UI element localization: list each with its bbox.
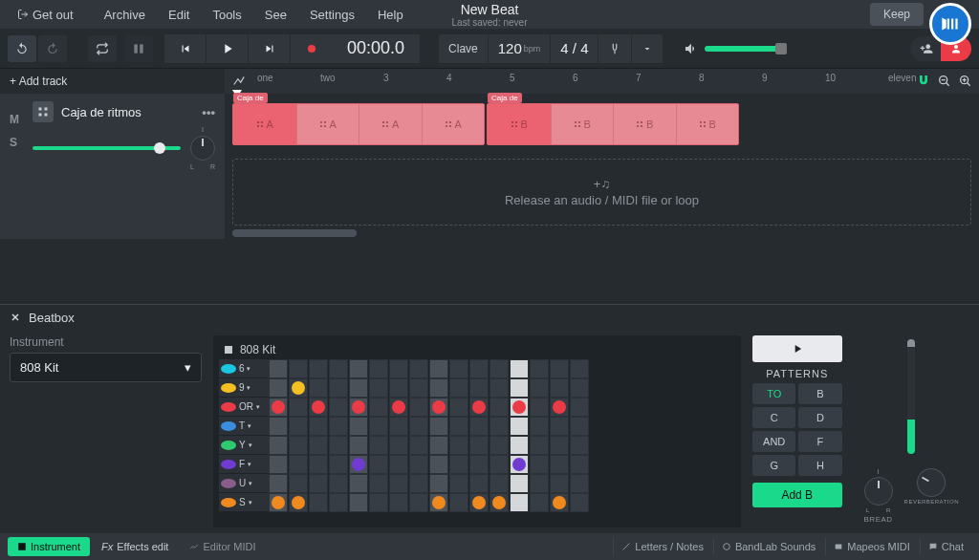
timeline-ruler[interactable]: onetwo345678910eleven xyxy=(225,69,979,94)
seq-cell[interactable] xyxy=(449,378,468,398)
seq-cell[interactable] xyxy=(369,493,388,512)
output-meter[interactable] xyxy=(907,339,915,454)
seq-cell[interactable] xyxy=(570,455,589,474)
drum-label[interactable]: T▾ xyxy=(219,417,269,436)
seq-cell[interactable] xyxy=(309,398,328,417)
seq-cell[interactable] xyxy=(429,378,448,398)
seq-cell[interactable] xyxy=(510,398,529,417)
seq-cell[interactable] xyxy=(409,493,428,512)
seq-cell[interactable] xyxy=(449,436,468,455)
seq-cell[interactable] xyxy=(429,359,448,378)
seq-cell[interactable] xyxy=(530,398,549,417)
seq-cell[interactable] xyxy=(289,436,308,455)
seq-cell[interactable] xyxy=(469,398,489,417)
seq-cell[interactable] xyxy=(510,359,529,378)
seq-cell[interactable] xyxy=(349,417,368,436)
seq-cell[interactable] xyxy=(449,398,468,417)
seq-cell[interactable] xyxy=(469,474,489,493)
menu-see[interactable]: See xyxy=(255,4,296,26)
seq-cell[interactable] xyxy=(429,474,448,493)
seq-cell[interactable] xyxy=(309,359,328,378)
seq-cell[interactable] xyxy=(530,359,549,378)
seq-cell[interactable] xyxy=(269,493,288,512)
pattern-button[interactable]: AND xyxy=(752,431,795,452)
seq-cell[interactable] xyxy=(530,474,549,493)
instrument-tab[interactable]: Instrument xyxy=(8,537,90,556)
keep-button[interactable]: Keep xyxy=(870,3,924,26)
seq-cell[interactable] xyxy=(409,417,428,436)
seq-cell[interactable] xyxy=(449,474,468,493)
seq-cell[interactable] xyxy=(389,378,408,398)
seq-cell[interactable] xyxy=(429,436,448,455)
midi-mappings-button[interactable]: Mapeos MIDI xyxy=(825,538,917,555)
get-out-button[interactable]: Get out xyxy=(8,4,83,26)
seq-cell[interactable] xyxy=(530,493,549,512)
seq-cell[interactable] xyxy=(530,378,549,398)
seq-cell[interactable] xyxy=(530,417,549,436)
seq-cell[interactable] xyxy=(570,398,589,417)
seq-cell[interactable] xyxy=(409,398,428,417)
seq-cell[interactable] xyxy=(409,455,428,474)
seq-cell[interactable] xyxy=(490,474,509,493)
track-volume-slider[interactable] xyxy=(33,146,181,150)
horizontal-scrollbar[interactable] xyxy=(232,229,357,237)
seq-cell[interactable] xyxy=(329,474,348,493)
undo-button[interactable] xyxy=(8,35,36,62)
seq-cell[interactable] xyxy=(389,474,408,493)
seq-cell[interactable] xyxy=(510,474,529,493)
seq-cell[interactable] xyxy=(429,417,448,436)
seq-cell[interactable] xyxy=(570,378,589,398)
track-pan-knob[interactable] xyxy=(190,136,215,161)
seq-cell[interactable] xyxy=(429,398,448,417)
record-button[interactable] xyxy=(291,34,333,63)
drop-zone[interactable]: +♫ Release an audio / MIDI file or loop xyxy=(232,159,971,226)
time-signature[interactable]: 4 / 4 xyxy=(551,34,598,63)
dropdown-icon[interactable] xyxy=(632,34,663,63)
seq-cell[interactable] xyxy=(369,455,388,474)
seq-cell[interactable] xyxy=(469,378,489,398)
play-button[interactable] xyxy=(207,34,249,63)
seq-cell[interactable] xyxy=(349,359,368,378)
instrument-select[interactable]: 808 Kit ▾ xyxy=(10,353,202,382)
seq-cell[interactable] xyxy=(349,436,368,455)
drum-label[interactable]: Y▾ xyxy=(219,436,269,455)
add-track-button[interactable]: + Add track xyxy=(0,69,225,94)
seq-cell[interactable] xyxy=(369,378,388,398)
seq-cell[interactable] xyxy=(349,493,368,512)
seq-cell[interactable] xyxy=(289,474,308,493)
seq-cell[interactable] xyxy=(570,436,589,455)
seq-cell[interactable] xyxy=(309,417,328,436)
seq-cell[interactable] xyxy=(289,398,308,417)
seq-cell[interactable] xyxy=(269,455,288,474)
close-panel-icon[interactable] xyxy=(10,312,21,323)
seq-cell[interactable] xyxy=(309,474,328,493)
zoom-out-icon[interactable] xyxy=(937,74,952,89)
seq-cell[interactable] xyxy=(449,493,468,512)
seq-cell[interactable] xyxy=(490,436,509,455)
menu-tools[interactable]: Tools xyxy=(203,4,250,26)
seq-cell[interactable] xyxy=(490,455,509,474)
seq-cell[interactable] xyxy=(469,493,489,512)
seq-cell[interactable] xyxy=(449,359,468,378)
drum-label[interactable]: U▾ xyxy=(219,474,269,493)
seq-cell[interactable] xyxy=(550,417,569,436)
seq-cell[interactable] xyxy=(329,417,348,436)
zoom-in-icon[interactable] xyxy=(958,74,973,89)
seq-cell[interactable] xyxy=(469,455,489,474)
pattern-button[interactable]: B xyxy=(798,383,841,404)
time-display[interactable]: 00:00.0 xyxy=(332,34,420,63)
bandlab-sounds-button[interactable]: BandLab Sounds xyxy=(713,538,823,555)
drum-label[interactable]: S▾ xyxy=(219,493,269,512)
master-volume-slider[interactable] xyxy=(705,46,781,52)
seq-cell[interactable] xyxy=(369,436,388,455)
menu-settings[interactable]: Settings xyxy=(300,4,364,26)
seq-cell[interactable] xyxy=(550,474,569,493)
seq-cell[interactable] xyxy=(570,474,589,493)
seq-cell[interactable] xyxy=(429,455,448,474)
clip-b[interactable]: Caja deBBBB xyxy=(487,103,739,145)
seq-cell[interactable] xyxy=(449,455,468,474)
pattern-button[interactable]: TO xyxy=(752,383,795,404)
drum-label[interactable]: F▾ xyxy=(219,455,269,474)
seq-cell[interactable] xyxy=(530,455,549,474)
seq-cell[interactable] xyxy=(389,436,408,455)
